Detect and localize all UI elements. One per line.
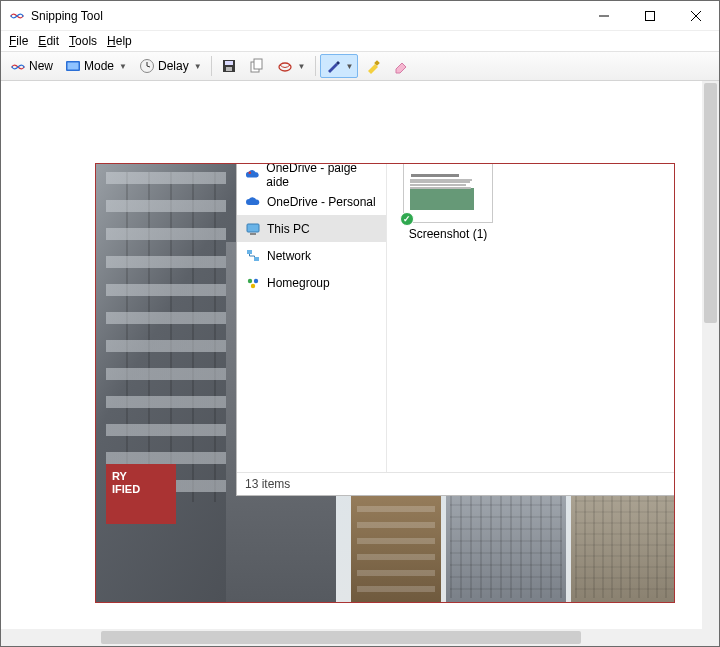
explorer-files-pane[interactable]: Screenshot (1) xyxy=(387,163,675,472)
nav-onedrive-work[interactable]: OneDrive - paige aide xyxy=(237,163,386,188)
svg-point-21 xyxy=(248,278,252,282)
copy-button[interactable] xyxy=(244,54,270,78)
mode-button[interactable]: Mode ▼ xyxy=(60,54,132,78)
delay-button[interactable]: Delay ▼ xyxy=(134,54,207,78)
svg-rect-10 xyxy=(225,61,233,65)
highlighter-icon xyxy=(365,58,381,74)
canvas-area: RY IFIED OneDrive - paige aide OneDrive … xyxy=(1,81,719,646)
file-label: Screenshot (1) xyxy=(409,227,488,241)
network-icon xyxy=(245,248,261,264)
svg-point-22 xyxy=(254,278,258,282)
homegroup-icon xyxy=(245,275,261,291)
titlebar: Snipping Tool xyxy=(1,1,719,31)
pen-icon xyxy=(325,58,341,74)
close-button[interactable] xyxy=(673,1,719,31)
svg-rect-13 xyxy=(254,59,262,69)
svg-rect-20 xyxy=(254,257,259,261)
explorer-nav-pane: OneDrive - paige aide OneDrive - Persona… xyxy=(237,163,387,472)
new-label: New xyxy=(29,59,53,73)
window-controls xyxy=(581,1,719,31)
nav-label: OneDrive - Personal xyxy=(267,195,376,209)
nav-onedrive-personal[interactable]: OneDrive - Personal xyxy=(237,188,386,215)
svg-point-23 xyxy=(251,283,255,287)
captured-snip: RY IFIED OneDrive - paige aide OneDrive … xyxy=(95,163,675,603)
eraser-icon xyxy=(393,58,409,74)
scissors-icon xyxy=(10,58,26,74)
save-button[interactable] xyxy=(216,54,242,78)
minimize-button[interactable] xyxy=(581,1,627,31)
svg-rect-18 xyxy=(250,233,256,235)
menu-help[interactable]: Help xyxy=(102,33,137,49)
cloud-icon xyxy=(245,167,260,183)
mode-icon xyxy=(65,58,81,74)
explorer-status-bar: 13 items xyxy=(237,472,675,495)
svg-rect-19 xyxy=(247,250,252,254)
nav-homegroup[interactable]: Homegroup xyxy=(237,269,386,296)
menubar: File Edit Tools Help xyxy=(1,31,719,51)
app-window: Snipping Tool File Edit Tools Help New M… xyxy=(0,0,720,647)
nav-network[interactable]: Network xyxy=(237,242,386,269)
copy-icon xyxy=(249,58,265,74)
chevron-down-icon: ▼ xyxy=(346,62,354,71)
chevron-down-icon: ▼ xyxy=(194,62,202,71)
svg-point-16 xyxy=(248,171,251,174)
toolbar: New Mode ▼ Delay ▼ ▼ ▼ xyxy=(1,51,719,81)
nav-this-pc[interactable]: This PC xyxy=(237,215,386,242)
nav-label: This PC xyxy=(267,222,310,236)
separator xyxy=(315,56,316,76)
pen-button[interactable]: ▼ xyxy=(320,54,359,78)
mail-icon xyxy=(277,58,293,74)
file-thumbnail xyxy=(403,163,493,223)
status-text: 13 items xyxy=(245,477,290,491)
vertical-scrollbar[interactable] xyxy=(702,81,719,629)
chevron-down-icon: ▼ xyxy=(298,62,306,71)
scroll-corner xyxy=(702,629,719,646)
cloud-icon xyxy=(245,194,261,210)
menu-edit[interactable]: Edit xyxy=(33,33,64,49)
billboard-sign: RY IFIED xyxy=(106,464,176,524)
window-title: Snipping Tool xyxy=(31,9,581,23)
chevron-down-icon: ▼ xyxy=(119,62,127,71)
menu-tools[interactable]: Tools xyxy=(64,33,102,49)
scroll-thumb[interactable] xyxy=(704,83,717,323)
nav-label: Network xyxy=(267,249,311,263)
nav-label: OneDrive - paige aide xyxy=(266,163,378,189)
svg-rect-1 xyxy=(646,11,655,20)
clock-icon xyxy=(139,58,155,74)
svg-rect-17 xyxy=(247,224,259,232)
send-button[interactable]: ▼ xyxy=(272,54,311,78)
maximize-button[interactable] xyxy=(627,1,673,31)
explorer-window: OneDrive - paige aide OneDrive - Persona… xyxy=(236,163,675,496)
file-item[interactable]: Screenshot (1) xyxy=(393,163,503,241)
new-button[interactable]: New xyxy=(5,54,58,78)
svg-rect-11 xyxy=(226,67,232,71)
save-icon xyxy=(221,58,237,74)
eraser-button[interactable] xyxy=(388,54,414,78)
horizontal-scrollbar[interactable] xyxy=(1,629,702,646)
menu-file[interactable]: File xyxy=(4,33,33,49)
sync-ok-icon xyxy=(400,212,414,226)
scroll-thumb[interactable] xyxy=(101,631,581,644)
mode-label: Mode xyxy=(84,59,114,73)
separator xyxy=(211,56,212,76)
pc-icon xyxy=(245,221,261,237)
svg-rect-5 xyxy=(68,63,79,70)
app-icon xyxy=(9,8,25,24)
highlighter-button[interactable] xyxy=(360,54,386,78)
nav-label: Homegroup xyxy=(267,276,330,290)
delay-label: Delay xyxy=(158,59,189,73)
